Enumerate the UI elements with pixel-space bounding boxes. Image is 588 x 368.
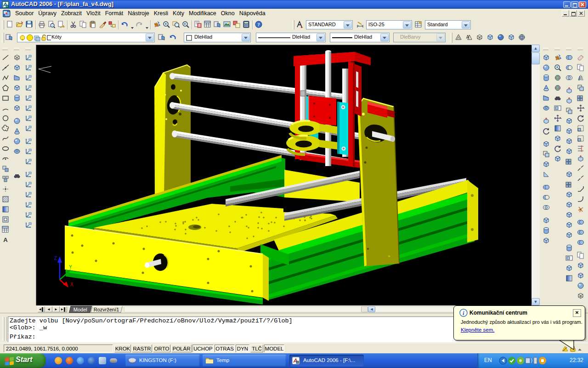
svg-text:A: A	[457, 35, 460, 40]
svg-text:Y: Y	[69, 264, 72, 270]
svg-text:Z: Z	[54, 256, 57, 261]
svg-text:X: X	[70, 282, 74, 287]
svg-text:A: A	[3, 236, 8, 243]
svg-text:?: ?	[257, 22, 260, 27]
